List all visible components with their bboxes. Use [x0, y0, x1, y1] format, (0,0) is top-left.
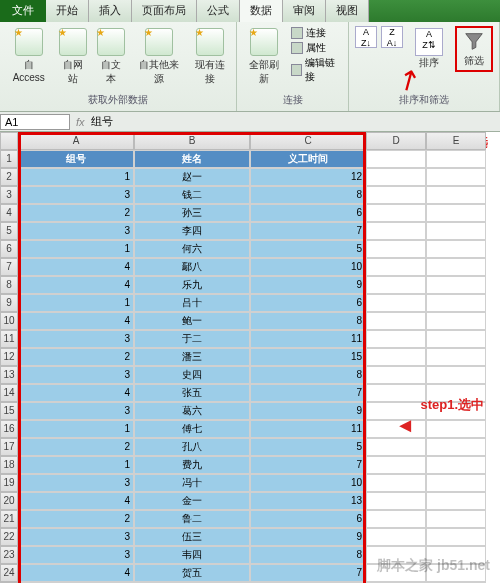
cell[interactable]: 5 — [250, 438, 366, 456]
cell[interactable] — [366, 384, 426, 402]
cell[interactable]: 7 — [250, 222, 366, 240]
cell[interactable] — [366, 528, 426, 546]
cell[interactable]: 孔八 — [134, 438, 250, 456]
column-header[interactable]: E — [426, 132, 486, 150]
cell[interactable] — [366, 168, 426, 186]
external-data-button[interactable]: 现有连接 — [190, 26, 231, 88]
cell[interactable]: 李四 — [134, 222, 250, 240]
cell[interactable]: 3 — [18, 546, 134, 564]
cell[interactable]: 4 — [18, 492, 134, 510]
row-header[interactable]: 1 — [0, 150, 18, 168]
tab-file[interactable]: 文件 — [0, 0, 46, 22]
sort-asc-button[interactable]: AZ↓ — [355, 26, 377, 48]
select-all-corner[interactable] — [0, 132, 18, 150]
cell[interactable] — [366, 366, 426, 384]
cell[interactable]: 何六 — [134, 240, 250, 258]
cell[interactable] — [366, 348, 426, 366]
cell[interactable] — [426, 150, 486, 168]
cell[interactable]: 3 — [18, 330, 134, 348]
cell[interactable]: 鲁二 — [134, 510, 250, 528]
row-header[interactable]: 14 — [0, 384, 18, 402]
cell[interactable]: 2 — [18, 438, 134, 456]
cell[interactable]: 乐九 — [134, 276, 250, 294]
cell[interactable]: 组号 — [18, 150, 134, 168]
cell[interactable] — [426, 366, 486, 384]
row-header[interactable]: 24 — [0, 564, 18, 582]
cell[interactable] — [426, 222, 486, 240]
row-header[interactable]: 5 — [0, 222, 18, 240]
cell[interactable]: 8 — [250, 366, 366, 384]
cell[interactable]: 义工时间 — [250, 150, 366, 168]
cell[interactable]: 潘三 — [134, 348, 250, 366]
cell[interactable] — [426, 510, 486, 528]
cell[interactable]: 1 — [18, 168, 134, 186]
cell[interactable] — [366, 330, 426, 348]
cell[interactable]: 8 — [250, 312, 366, 330]
external-data-button[interactable]: 自网站 — [57, 26, 89, 88]
row-header[interactable]: 12 — [0, 348, 18, 366]
cell[interactable]: 4 — [18, 276, 134, 294]
cell[interactable]: 10 — [250, 474, 366, 492]
cell[interactable] — [426, 528, 486, 546]
cell[interactable] — [366, 204, 426, 222]
row-header[interactable]: 10 — [0, 312, 18, 330]
row-header[interactable]: 4 — [0, 204, 18, 222]
cell[interactable]: 6 — [250, 294, 366, 312]
cell[interactable]: 冯十 — [134, 474, 250, 492]
cell[interactable]: 2 — [18, 510, 134, 528]
cell[interactable]: 9 — [250, 528, 366, 546]
cell[interactable] — [366, 150, 426, 168]
cell[interactable]: 1 — [18, 420, 134, 438]
cell[interactable] — [426, 564, 486, 582]
cell[interactable]: 3 — [18, 402, 134, 420]
cell[interactable]: 钱二 — [134, 186, 250, 204]
cell[interactable] — [426, 420, 486, 438]
cell[interactable] — [366, 474, 426, 492]
external-data-button[interactable]: 自其他来源 — [133, 26, 183, 88]
column-header[interactable]: D — [366, 132, 426, 150]
cell[interactable]: 韦四 — [134, 546, 250, 564]
cell[interactable]: 4 — [18, 312, 134, 330]
filter-button[interactable]: 筛选 — [455, 26, 493, 72]
cell[interactable]: 贺五 — [134, 564, 250, 582]
cell[interactable] — [426, 474, 486, 492]
external-data-button[interactable]: 自 Access — [6, 26, 51, 88]
cell[interactable] — [366, 276, 426, 294]
refresh-all-button[interactable]: 全部刷新 — [243, 26, 284, 88]
tab-1[interactable]: 插入 — [89, 0, 132, 22]
row-header[interactable]: 15 — [0, 402, 18, 420]
cell[interactable] — [366, 510, 426, 528]
cell[interactable]: 鲍一 — [134, 312, 250, 330]
cell[interactable]: 7 — [250, 384, 366, 402]
cell[interactable]: 3 — [18, 186, 134, 204]
cell[interactable]: 4 — [18, 384, 134, 402]
cell[interactable]: 4 — [18, 258, 134, 276]
cell[interactable]: 9 — [250, 402, 366, 420]
cell[interactable]: 3 — [18, 366, 134, 384]
cell[interactable]: 孙三 — [134, 204, 250, 222]
column-header[interactable]: C — [250, 132, 366, 150]
cell[interactable]: 1 — [18, 240, 134, 258]
cell[interactable]: 1 — [18, 294, 134, 312]
cell[interactable] — [426, 348, 486, 366]
cell[interactable]: 葛六 — [134, 402, 250, 420]
cell[interactable] — [426, 312, 486, 330]
cell[interactable]: 金一 — [134, 492, 250, 510]
cell[interactable]: 1 — [18, 456, 134, 474]
cell[interactable]: 12 — [250, 168, 366, 186]
column-header[interactable]: A — [18, 132, 134, 150]
row-header[interactable]: 20 — [0, 492, 18, 510]
cell[interactable]: 吕十 — [134, 294, 250, 312]
cell[interactable]: 15 — [250, 348, 366, 366]
cell[interactable]: 鄢八 — [134, 258, 250, 276]
cell[interactable] — [426, 330, 486, 348]
row-header[interactable]: 22 — [0, 528, 18, 546]
row-header[interactable]: 6 — [0, 240, 18, 258]
row-header[interactable]: 17 — [0, 438, 18, 456]
cell[interactable] — [426, 258, 486, 276]
cell[interactable]: 3 — [18, 222, 134, 240]
column-header[interactable]: B — [134, 132, 250, 150]
cell[interactable]: 10 — [250, 258, 366, 276]
cell[interactable] — [366, 438, 426, 456]
sort-button[interactable]: AZ⇅ 排序 — [409, 26, 449, 72]
